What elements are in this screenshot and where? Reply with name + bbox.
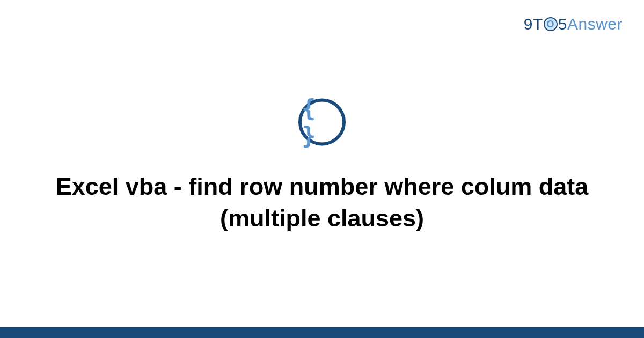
code-braces-icon: { } bbox=[298, 98, 346, 145]
brand-clock-icon: O bbox=[544, 17, 558, 31]
brand-part-nine: 9 bbox=[524, 15, 533, 33]
code-braces-glyph: { } bbox=[302, 94, 342, 149]
brand-part-t: T bbox=[533, 15, 543, 33]
site-brand-logo: 9TO5Answer bbox=[524, 15, 623, 33]
page-title: Excel vba - find row number where colum … bbox=[0, 171, 644, 234]
brand-part-five: 5 bbox=[558, 15, 567, 33]
main-content: { } Excel vba - find row number where co… bbox=[0, 98, 644, 234]
brand-clock-inner: O bbox=[547, 19, 555, 30]
brand-part-answer: Answer bbox=[567, 15, 623, 33]
footer-accent-bar bbox=[0, 327, 644, 338]
